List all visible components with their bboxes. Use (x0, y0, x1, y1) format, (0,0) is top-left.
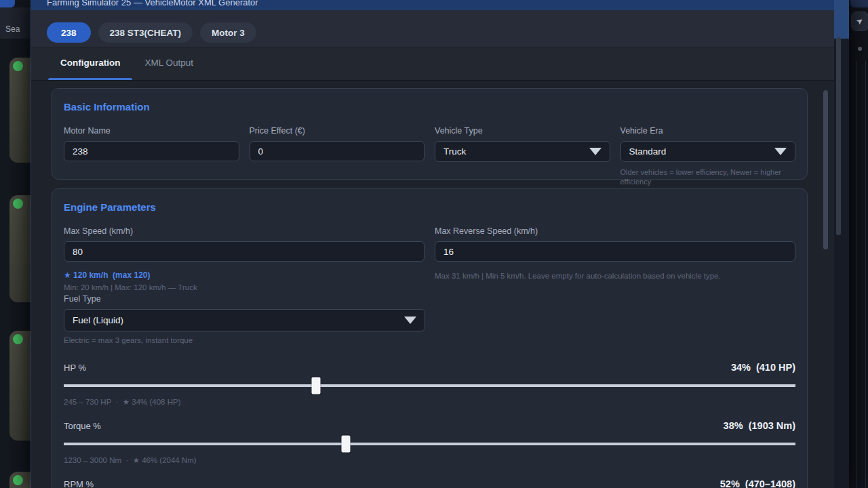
content-scrollbar-thumb[interactable] (823, 90, 828, 249)
chevron-down-icon (774, 148, 787, 155)
status-dot-icon (13, 334, 23, 344)
motor-tab-238[interactable]: 238 (47, 22, 91, 43)
dialog-scrollbar[interactable] (834, 0, 849, 488)
background-header-strip (0, 7, 31, 39)
rpm-slider-label: RPM % (64, 479, 94, 488)
torque-slider-group: Torque % 38% (1903 Nm) 1230 – 3000 Nm · … (64, 420, 795, 465)
fuel-type-value: Fuel (Liquid) (73, 315, 123, 325)
vehicle-era-field-group: Vehicle Era Standard Older vehicles = lo… (620, 126, 796, 187)
tab-configuration[interactable]: Configuration (48, 47, 132, 80)
motor-tab-238-st3-cheat[interactable]: 238 ST3(CHEAT) (98, 22, 193, 43)
max-speed-label: Max Speed (km/h) (64, 226, 425, 236)
fuel-type-field-group: Fuel Type Fuel (Liquid) Electric = max 3… (64, 294, 425, 344)
rpm-slider-value: 52% (470–1408) (720, 479, 795, 488)
background-page-right: ➤ (849, 0, 868, 488)
engine-parameters-section: Engine Parameters Max Speed (km/h) ★ 120… (52, 188, 808, 488)
max-reverse-speed-field-group: Max Reverse Speed (km/h) Max 31 km/h | M… (435, 226, 795, 291)
dialog-title: Farming Simulator 25 — VehicleMotor XML … (47, 0, 849, 7)
torque-slider-thumb[interactable] (342, 435, 351, 452)
torque-slider-label: Torque % (64, 421, 101, 431)
vehicle-era-select[interactable]: Standard (620, 141, 796, 162)
navbar-fragment (0, 0, 15, 7)
max-speed-field-group: Max Speed (km/h) ★ 120 km/h (max 120) Mi… (64, 226, 425, 291)
send-icon: ➤ (852, 12, 868, 30)
tab-xml-output[interactable]: XML Output (132, 47, 205, 80)
max-reverse-speed-label: Max Reverse Speed (km/h) (435, 226, 795, 236)
price-effect-input[interactable] (250, 141, 425, 161)
vehicle-type-select[interactable]: Truck (435, 141, 610, 162)
motor-tab-bar: 238 238 ST3(CHEAT) Motor 3 (31, 10, 849, 47)
motor-tab-motor-3[interactable]: Motor 3 (200, 22, 256, 43)
navbar-fragment (850, 0, 868, 7)
dialog-scrollbar-thumb[interactable] (834, 0, 849, 39)
vehicle-era-hint: Older vehicles = lower efficiency, Newer… (620, 167, 796, 187)
status-dot-icon (13, 475, 23, 485)
status-dot-icon (13, 199, 23, 209)
divider (865, 61, 866, 488)
torque-slider-value: 38% (1903 Nm) (724, 420, 795, 431)
basic-information-section: Basic Information Motor Name Price Effec… (52, 88, 808, 180)
background-page-left: Sea (0, 0, 31, 488)
vehicle-era-value: Standard (629, 146, 667, 157)
search-input[interactable]: Sea (5, 24, 20, 34)
hp-slider-thumb[interactable] (312, 377, 321, 394)
fuel-type-label: Fuel Type (64, 294, 425, 304)
bullet-icon (858, 47, 862, 51)
fuel-type-select[interactable]: Fuel (Liquid) (64, 309, 425, 331)
hp-slider-label: HP % (64, 363, 86, 373)
price-effect-field-group: Price Effect (€) (250, 126, 425, 187)
max-speed-recommended-hint: ★ 120 km/h (max 120) (64, 270, 425, 280)
chevron-down-icon (589, 148, 601, 155)
chevron-down-icon (404, 317, 416, 324)
torque-slider-hint: 1230 – 3000 Nm · ★ 46% (2044 Nm) (64, 455, 795, 465)
view-tab-bar: Configuration XML Output (31, 47, 849, 81)
hp-slider-value: 34% (410 HP) (731, 362, 795, 373)
status-dot-icon (13, 61, 23, 71)
max-speed-input[interactable] (64, 241, 425, 262)
motor-name-label: Motor Name (64, 126, 239, 136)
divider (856, 61, 857, 488)
screen: Sea ➤ Farming Simulator 25 — VehicleMoto… (0, 0, 868, 488)
section-heading: Engine Parameters (64, 201, 795, 213)
hp-slider-group: HP % 34% (410 HP) 245 – 730 HP · ★ 34% (… (64, 362, 795, 407)
dialog-scrollbar-thin-thumb[interactable] (836, 37, 841, 235)
max-reverse-speed-hint: Max 31 km/h | Min 5 km/h. Leave empty fo… (435, 272, 795, 280)
vehicle-type-field-group: Vehicle Type Truck (435, 126, 610, 187)
max-speed-range-hint: Min: 20 km/h | Max: 120 km/h — Truck (64, 283, 425, 291)
configuration-panel: Basic Information Motor Name Price Effec… (31, 88, 849, 488)
vehicle-type-label: Vehicle Type (435, 126, 610, 136)
send-button[interactable]: ➤ (851, 12, 868, 31)
max-reverse-speed-input[interactable] (435, 241, 795, 262)
vehiclemotor-generator-dialog: Farming Simulator 25 — VehicleMotor XML … (31, 0, 849, 488)
torque-slider[interactable] (64, 435, 795, 452)
vehicle-era-label: Vehicle Era (620, 126, 796, 136)
fuel-type-hint: Electric = max 3 gears, instant torque (64, 336, 425, 344)
hp-slider-hint: 245 – 730 HP · ★ 34% (408 HP) (64, 397, 795, 407)
hp-slider[interactable] (64, 377, 795, 394)
dialog-title-bar: Farming Simulator 25 — VehicleMotor XML … (31, 0, 849, 10)
rpm-slider-group: RPM % 52% (470–1408) 550 – 2200 RPM · ★ … (64, 479, 795, 488)
price-effect-label: Price Effect (€) (250, 126, 425, 136)
vehicle-type-value: Truck (443, 146, 466, 157)
section-heading: Basic Information (64, 101, 795, 113)
motor-name-field-group: Motor Name (64, 126, 239, 187)
motor-name-input[interactable] (64, 141, 239, 161)
